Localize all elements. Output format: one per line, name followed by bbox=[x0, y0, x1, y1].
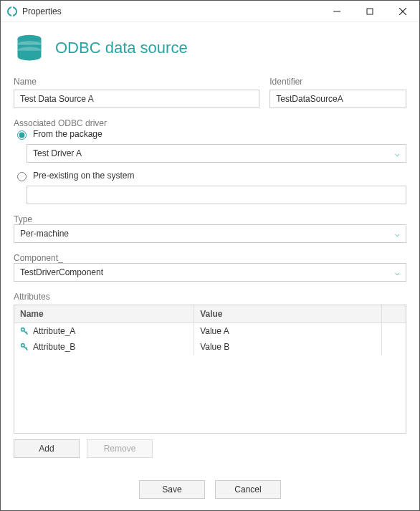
from-package-label: From the package bbox=[33, 129, 102, 139]
col-name-header[interactable]: Name bbox=[14, 305, 194, 323]
name-input[interactable] bbox=[14, 90, 259, 108]
preexisting-driver-wrap bbox=[27, 186, 406, 204]
type-label: Type bbox=[14, 214, 32, 224]
page-title: ODBC data source bbox=[55, 39, 188, 57]
driver-group-label: Associated ODBC driver bbox=[14, 118, 107, 128]
package-driver-select[interactable]: Test Driver A ⌵ bbox=[27, 144, 406, 163]
from-package-radio-row: From the package bbox=[14, 128, 406, 140]
component-group: Component_ TestDriverComponent ⌵ bbox=[14, 253, 406, 282]
attr-name: Attribute_B bbox=[33, 342, 75, 352]
chevron-down-icon: ⌵ bbox=[395, 268, 400, 277]
footer-buttons: Save Cancel bbox=[14, 473, 406, 503]
from-package-radio[interactable] bbox=[17, 130, 27, 140]
database-icon bbox=[14, 32, 45, 64]
window-controls bbox=[320, 1, 419, 22]
svg-line-11 bbox=[26, 332, 27, 333]
chevron-down-icon: ⌵ bbox=[395, 149, 400, 158]
component-value: TestDriverComponent bbox=[20, 267, 103, 277]
preexisting-radio-row: Pre-existing on the system bbox=[14, 170, 406, 181]
component-select[interactable]: TestDriverComponent ⌵ bbox=[14, 263, 406, 282]
svg-rect-3 bbox=[367, 9, 373, 14]
name-label: Name bbox=[14, 77, 259, 87]
svg-rect-1 bbox=[11, 6, 13, 17]
identifier-label: Identifier bbox=[269, 77, 406, 87]
table-row[interactable]: Attribute_BValue B bbox=[14, 339, 406, 355]
attributes-label: Attributes bbox=[14, 292, 406, 302]
close-button[interactable] bbox=[386, 1, 419, 22]
maximize-button[interactable] bbox=[353, 1, 386, 22]
content-area: ODBC data source Name Identifier Associa… bbox=[1, 22, 419, 510]
type-select[interactable]: Per-machine ⌵ bbox=[14, 224, 406, 243]
attr-name-cell: Attribute_B bbox=[14, 338, 194, 355]
add-button[interactable]: Add bbox=[14, 439, 80, 458]
save-button[interactable]: Save bbox=[139, 480, 205, 499]
minimize-button[interactable] bbox=[320, 1, 353, 22]
key-icon bbox=[20, 327, 29, 335]
key-icon bbox=[20, 343, 29, 351]
page-header: ODBC data source bbox=[14, 32, 406, 64]
component-label: Component_ bbox=[14, 253, 63, 263]
type-value: Per-machine bbox=[20, 229, 69, 239]
table-buttons: Add Remove bbox=[14, 439, 406, 458]
identifier-input[interactable] bbox=[269, 90, 406, 108]
driver-group: Associated ODBC driver From the package … bbox=[14, 118, 406, 204]
svg-line-14 bbox=[26, 348, 27, 349]
preexisting-radio[interactable] bbox=[17, 172, 27, 181]
package-driver-value: Test Driver A bbox=[33, 148, 82, 158]
package-driver-wrap: Test Driver A ⌵ bbox=[27, 144, 406, 163]
table-body: Attribute_AValue AAttribute_BValue B bbox=[14, 323, 406, 433]
remove-button[interactable]: Remove bbox=[87, 439, 153, 458]
preexisting-label: Pre-existing on the system bbox=[33, 171, 134, 181]
attr-name: Attribute_A bbox=[33, 326, 75, 336]
cancel-button[interactable]: Cancel bbox=[215, 480, 281, 499]
col-value-header[interactable]: Value bbox=[194, 305, 382, 323]
attr-value-cell: Value A bbox=[194, 323, 382, 340]
chevron-down-icon: ⌵ bbox=[395, 229, 400, 239]
preexisting-driver-input bbox=[27, 186, 406, 204]
window-title: Properties bbox=[22, 6, 320, 16]
app-icon bbox=[6, 6, 18, 17]
table-row[interactable]: Attribute_AValue A bbox=[14, 323, 406, 339]
attr-name-cell: Attribute_A bbox=[14, 323, 194, 340]
properties-window: Properties bbox=[0, 0, 420, 511]
type-group: Type Per-machine ⌵ bbox=[14, 214, 406, 243]
attributes-table: Name Value Attribute_AValue AAttribute_B… bbox=[14, 305, 406, 434]
titlebar: Properties bbox=[1, 1, 419, 22]
name-id-row: Name Identifier bbox=[14, 77, 406, 108]
table-header: Name Value bbox=[14, 305, 406, 323]
col-spacer bbox=[382, 305, 406, 323]
attributes-group: Attributes Name Value Attribute_AValue A… bbox=[14, 292, 406, 469]
attr-value-cell: Value B bbox=[194, 338, 382, 355]
